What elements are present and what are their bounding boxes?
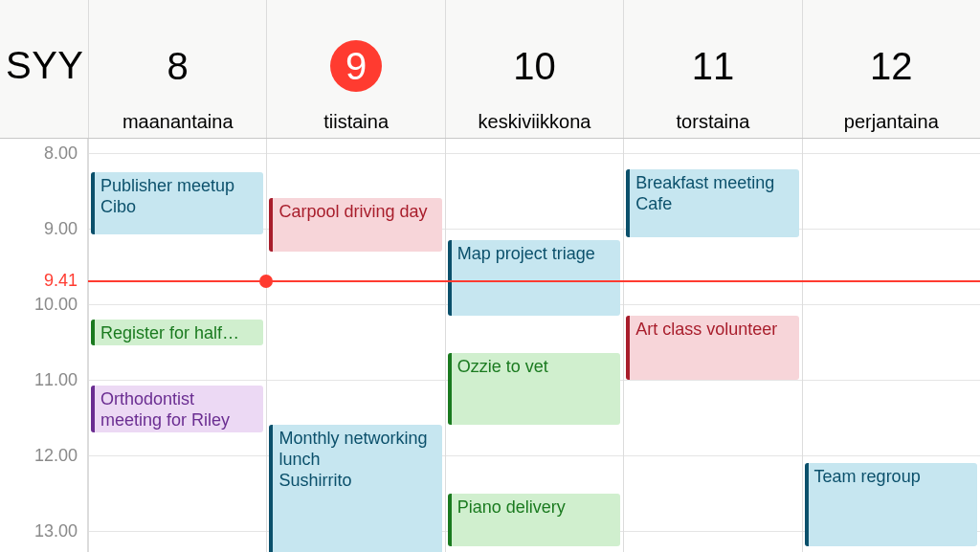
event-color-stripe [805,463,809,546]
calendar-event[interactable]: Team regroup [805,463,977,546]
day-header[interactable]: 12perjantaina [802,0,980,138]
event-title: Register for half… [100,322,257,343]
event-location: Cibo [100,196,257,217]
hour-label: 9.00 [0,219,78,239]
hour-label: 12.00 [0,446,78,466]
event-color-stripe [448,240,452,316]
current-time-line [88,280,980,282]
hour-label: 8.00 [0,144,78,164]
event-color-stripe [91,386,95,432]
event-location: Sushirrito [278,470,435,491]
day-number[interactable]: 10 [509,40,561,92]
event-title: Ozzie to vet [457,356,614,377]
calendar-event[interactable]: Ozzie to vet [448,353,620,425]
event-color-stripe [91,172,95,235]
hour-label: 11.00 [0,370,78,390]
event-title: Map project triage [457,243,614,264]
calendar-event[interactable]: Piano delivery [448,494,620,546]
day-column[interactable] [445,139,623,552]
event-location: Cafe [635,193,792,214]
hour-label: 13.00 [0,521,78,541]
calendar-event[interactable]: Register for half… [91,320,263,346]
current-time-label: 9.41 [0,270,78,290]
day-number[interactable]: 8 [152,40,204,92]
day-number[interactable]: 9 [330,40,382,92]
time-gutter: 8.009.0010.0011.0012.0013.009.41 [0,139,88,552]
event-color-stripe [448,494,452,546]
event-title: Team regroup [814,466,971,487]
event-color-stripe [269,425,273,552]
event-title: Piano delivery [457,497,614,518]
month-label: SYY [6,44,84,87]
calendar-grid[interactable]: Publisher meetupCiboRegister for half…Or… [88,139,980,552]
day-name: keskiviikkona [479,111,591,133]
calendar-header: SYY 8maanantaina9tiistaina10keskiviikkon… [0,0,980,139]
event-title: Carpool driving day [278,201,435,222]
calendar-event[interactable]: Art class volunteer [626,316,798,380]
hour-label: 10.00 [0,295,78,315]
event-title: Art class volunteer [635,319,792,340]
day-header[interactable]: 10keskiviikkona [445,0,623,138]
calendar-event[interactable]: Map project triage [448,240,620,316]
day-name: maanantaina [122,111,234,133]
calendar-event[interactable]: Breakfast meetingCafe [626,169,798,237]
day-number[interactable]: 11 [687,40,739,92]
day-name: perjantaina [844,111,939,133]
event-title: Breakfast meeting [635,172,792,193]
event-title: Monthly networking lunch [278,428,435,470]
calendar-event[interactable]: Monthly networking lunchSushirrito [269,425,441,552]
calendar-body[interactable]: 8.009.0010.0011.0012.0013.009.41 Publish… [0,139,980,552]
event-title: Orthodontist meeting for Riley [100,388,257,431]
current-time-dot [259,275,273,288]
day-header[interactable]: 8maanantaina [88,0,266,138]
day-name: torstaina [677,111,750,133]
event-color-stripe [269,198,273,251]
day-header[interactable]: 11torstaina [623,0,801,138]
day-number[interactable]: 12 [865,40,917,92]
event-color-stripe [448,353,452,425]
calendar-event[interactable]: Publisher meetupCibo [91,172,263,235]
event-color-stripe [626,169,630,237]
day-name: tiistaina [323,111,389,133]
calendar-event[interactable]: Orthodontist meeting for Riley [91,386,263,432]
day-header[interactable]: 9tiistaina [266,0,444,138]
event-color-stripe [626,316,630,380]
calendar-event[interactable]: Carpool driving day [269,198,441,251]
event-color-stripe [91,320,95,346]
event-title: Publisher meetup [100,175,257,196]
